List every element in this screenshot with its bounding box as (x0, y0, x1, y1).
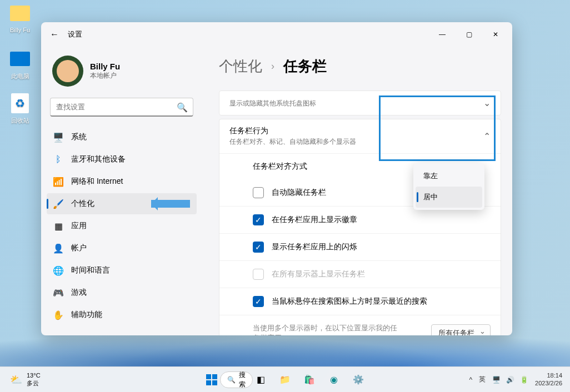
nav-icon: ᛒ (53, 154, 63, 164)
section-tray-icons[interactable]: 显示或隐藏其他系统托盘图标 ⌄ (219, 91, 501, 115)
battery-icon[interactable]: 🔋 (520, 376, 528, 384)
desktop-icon-label: Billy Fu (3, 27, 37, 33)
multi-display-combo[interactable]: 所有任务栏 (431, 324, 491, 335)
nav-item-8[interactable]: ✋辅助功能 (47, 304, 197, 325)
nav-icon: 👤 (53, 243, 63, 253)
nav-label: 个性化 (71, 199, 94, 209)
bin-icon: ♻ (11, 93, 29, 113)
weather-temp: 13°C (27, 372, 41, 379)
multi-display-row: 当使用多个显示器时，在以下位置显示我的任务栏应用 所有任务栏 (219, 315, 501, 335)
section-header[interactable]: 任务栏行为 任务栏对齐、标记、自动隐藏和多个显示器 ⌃ (219, 119, 501, 153)
multi-display-label: 当使用多个显示器时，在以下位置显示我的任务栏应用 (253, 323, 397, 335)
desktop-this-pc[interactable]: 此电脑 (3, 48, 37, 81)
annotation-arrow (151, 200, 190, 208)
taskbar-center: 🔍搜索 ◧ 📁 🛍️ ◉ ⚙️ (201, 369, 369, 390)
dropdown-option-center[interactable]: 居中 (416, 187, 482, 208)
nav-item-4[interactable]: ▦应用 (47, 215, 197, 237)
nav-label: 辅助功能 (71, 310, 102, 320)
chevron-down-icon: ⌄ (483, 98, 491, 108)
titlebar: ← 设置 — ▢ ✕ (41, 22, 512, 47)
section-taskbar-behaviors: 任务栏行为 任务栏对齐、标记、自动隐藏和多个显示器 ⌃ 任务栏对齐方式 自动隐藏… (219, 119, 501, 335)
edge-button[interactable]: ◉ (323, 369, 344, 390)
setting-label: 在所有显示器上显示任务栏 (272, 269, 491, 279)
nav-label: 系统 (71, 132, 87, 142)
nav-icon: ✋ (53, 310, 63, 320)
clock[interactable]: 18:14 2023/2/26 (535, 372, 562, 386)
checkbox[interactable]: ✓ (253, 296, 264, 307)
section-subtitle: 任务栏对齐、标记、自动隐藏和多个显示器 (229, 137, 356, 147)
nav-item-3[interactable]: 🖌️个性化 (47, 193, 197, 214)
minimize-button[interactable]: — (430, 26, 454, 43)
checkbox[interactable]: ✓ (253, 242, 264, 253)
nav-item-2[interactable]: 📶网络和 Internet (47, 171, 197, 192)
setting-row: 在所有显示器上显示任务栏 (219, 260, 501, 288)
profile[interactable]: Billy Fu 本地帐户 (43, 51, 200, 98)
nav-label: 游戏 (71, 288, 87, 298)
nav-icon: ▦ (53, 221, 63, 231)
setting-row: ✓当鼠标悬停在搜索图标上方时显示最近的搜索 (219, 288, 501, 315)
checkbox (253, 269, 264, 280)
tray-chevron-icon[interactable]: ^ (469, 376, 472, 384)
desktop-icon-label: 回收站 (3, 117, 37, 125)
nav-item-7[interactable]: 🎮游戏 (47, 282, 197, 303)
system-tray: ^ 英 🖥️ 🔊 🔋 18:14 2023/2/26 (469, 372, 570, 386)
clock-date: 2023/2/26 (535, 380, 562, 387)
sidebar: Billy Fu 本地帐户 🔍 🖥️系统ᛒ蓝牙和其他设备📶网络和 Interne… (41, 47, 202, 335)
section-title: 任务栏行为 (229, 126, 356, 136)
explorer-button[interactable]: 📁 (274, 369, 296, 390)
avatar (52, 56, 83, 87)
network-icon[interactable]: 🖥️ (492, 376, 501, 384)
nav-item-6[interactable]: 🌐时间和语言 (47, 260, 197, 281)
volume-icon[interactable]: 🔊 (506, 376, 514, 384)
chevron-up-icon: ⌃ (483, 131, 491, 142)
nav-icon: 🎮 (53, 288, 63, 298)
store-button[interactable]: 🛍️ (299, 369, 320, 390)
desktop-folder[interactable]: Billy Fu (3, 2, 37, 33)
desktop-recycle-bin[interactable]: ♻ 回收站 (3, 92, 37, 125)
dropdown-option-left[interactable]: 靠左 (416, 165, 482, 187)
section-subtitle: 显示或隐藏其他系统托盘图标 (229, 99, 316, 108)
search-label: 搜索 (239, 370, 246, 389)
nav-item-1[interactable]: ᛒ蓝牙和其他设备 (47, 149, 197, 170)
alignment-dropdown: 靠左 居中 (413, 163, 484, 210)
search-input[interactable] (50, 98, 193, 117)
nav-label: 应用 (71, 221, 87, 231)
nav-icon: 🖥️ (53, 132, 63, 142)
combo-value: 所有任务栏 (438, 329, 474, 335)
start-button[interactable] (201, 369, 222, 390)
weather-desc: 多云 (27, 380, 41, 387)
nav-list: 🖥️系统ᛒ蓝牙和其他设备📶网络和 Internet🖌️个性化▦应用👤帐户🌐时间和… (43, 127, 200, 325)
profile-subtitle: 本地帐户 (90, 71, 120, 81)
pc-icon (10, 52, 30, 66)
breadcrumb-current: 任务栏 (283, 57, 327, 76)
back-button[interactable]: ← (50, 29, 59, 39)
setting-row: ✓在任务栏应用上显示徽章 (219, 206, 501, 233)
search-icon: 🔍 (177, 102, 188, 113)
maximize-button[interactable]: ▢ (457, 26, 481, 43)
nav-label: 帐户 (71, 243, 87, 253)
setting-label: 显示任务栏应用上的闪烁 (272, 242, 491, 252)
nav-label: 蓝牙和其他设备 (71, 154, 126, 164)
chevron-right-icon: › (271, 61, 274, 72)
weather-widget[interactable]: ⛅ 13°C 多云 (0, 372, 41, 386)
task-view-button[interactable]: ◧ (250, 369, 271, 390)
taskbar: ⛅ 13°C 多云 🔍搜索 ◧ 📁 🛍️ ◉ ⚙️ ^ 英 🖥️ 🔊 🔋 18:… (0, 366, 570, 392)
clock-time: 18:14 (535, 372, 562, 379)
search-button[interactable]: 🔍搜索 (226, 369, 247, 390)
search-box: 🔍 (50, 98, 193, 117)
weather-icon: ⛅ (10, 374, 22, 386)
nav-icon: 🌐 (53, 265, 63, 275)
checkbox[interactable] (253, 187, 264, 198)
ime-indicator[interactable]: 英 (479, 375, 486, 384)
settings-window: ← 设置 — ▢ ✕ Billy Fu 本地帐户 🔍 🖥️系统ᛒ蓝牙和其他设备📶… (41, 22, 512, 335)
breadcrumb-parent[interactable]: 个性化 (219, 57, 262, 76)
window-title: 设置 (68, 29, 82, 39)
setting-label: 当鼠标悬停在搜索图标上方时显示最近的搜索 (272, 296, 491, 306)
nav-item-5[interactable]: 👤帐户 (47, 238, 197, 259)
checkbox[interactable]: ✓ (253, 214, 264, 225)
nav-icon: 📶 (53, 177, 63, 187)
close-button[interactable]: ✕ (483, 26, 508, 43)
nav-item-0[interactable]: 🖥️系统 (47, 127, 197, 148)
settings-button[interactable]: ⚙️ (348, 369, 369, 390)
setting-row: ✓显示任务栏应用上的闪烁 (219, 233, 501, 260)
